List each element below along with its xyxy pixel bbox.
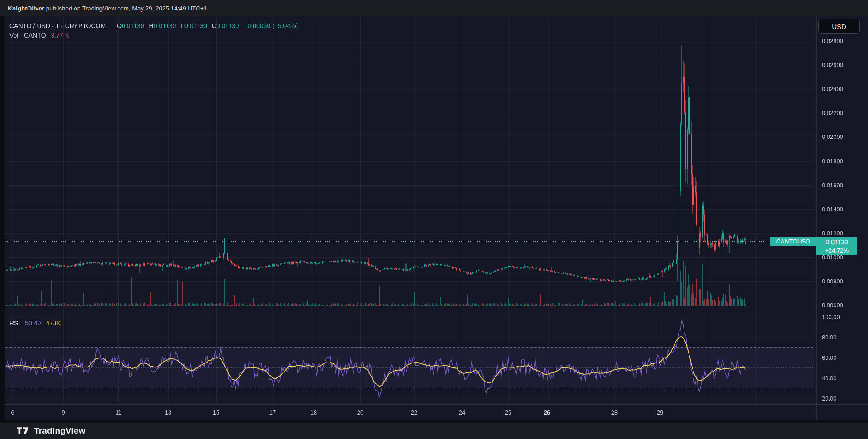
- legend-open: O0.01130: [117, 22, 144, 29]
- currency-toggle-button[interactable]: USD: [818, 19, 860, 34]
- header-username: KnightOliver: [8, 5, 44, 12]
- header-bar: KnightOliver published on TradingView.co…: [0, 0, 868, 16]
- legend-low: L0.01130: [181, 22, 207, 29]
- currency-toggle-label: USD: [832, 23, 846, 30]
- rsi-ma-value: 47.80: [46, 320, 61, 327]
- legend-symbol-title: CANTO / USD · 1 · CRYPTOCOM: [9, 22, 106, 29]
- rsi-legend[interactable]: RSI50.4047.80: [9, 320, 61, 327]
- last-price-value: 0.01130: [826, 238, 848, 247]
- volume-legend-value: 9.77 K: [51, 32, 69, 39]
- legend-high: H0.01130: [149, 22, 176, 29]
- price-line-symbol-label: CANTOUSD: [770, 237, 816, 246]
- volume-legend[interactable]: Vol · CANTO9.77 K: [9, 32, 69, 39]
- tradingview-brand-link[interactable]: TradingView: [34, 426, 85, 436]
- last-price-change: +24.72%: [825, 247, 849, 254]
- header-publish-text: published on TradingView.com, May 29, 20…: [44, 5, 207, 12]
- rsi-legend-value: 50.40: [25, 320, 41, 327]
- volume-legend-label: Vol · CANTO: [9, 32, 46, 39]
- symbol-legend[interactable]: CANTO / USD · 1 · CRYPTOCOMO0.01130H0.01…: [9, 22, 298, 29]
- legend-change: −0.00060 (−5.04%): [244, 22, 298, 29]
- last-price-box: 0.01130 +24.72%: [816, 237, 857, 255]
- legend-close: C0.01130: [212, 22, 239, 29]
- tradingview-logo-icon[interactable]: [17, 426, 29, 435]
- footer-bar: TradingView: [0, 423, 868, 439]
- page: { "header": { "user": "KnightOliver", "r…: [0, 0, 868, 439]
- chart-canvas[interactable]: [0, 0, 868, 439]
- rsi-legend-label: RSI: [9, 320, 20, 327]
